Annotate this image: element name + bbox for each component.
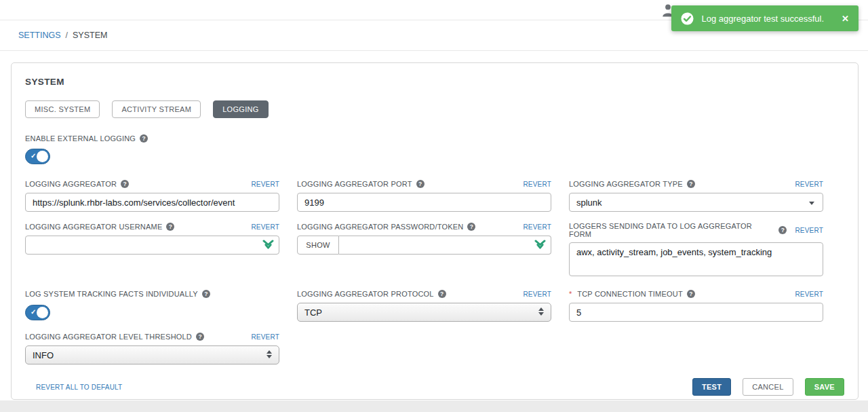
help-icon[interactable]: ?	[687, 180, 695, 188]
revert-link[interactable]: REVERT	[251, 181, 279, 188]
logging-aggregator-input[interactable]	[25, 193, 279, 212]
toggle-knob	[37, 151, 48, 162]
breadcrumb-separator: /	[66, 31, 68, 40]
save-button[interactable]: SAVE	[805, 378, 844, 396]
test-button[interactable]: TEST	[692, 378, 731, 396]
field-logging-aggregator-level: LOGGING AGGREGATOR LEVEL THRESHOLD ? REV…	[25, 332, 279, 364]
help-icon[interactable]: ?	[202, 290, 210, 298]
logging-aggregator-protocol-select[interactable]: TCP	[297, 303, 551, 322]
help-icon[interactable]: ?	[467, 223, 475, 231]
tab-activity-stream[interactable]: ACTIVITY STREAM	[112, 100, 201, 118]
tab-logging[interactable]: LOGGING	[213, 100, 268, 118]
enable-external-logging-label: ENABLE EXTERNAL LOGGING	[25, 134, 136, 143]
field-logging-aggregator-type: LOGGING AGGREGATOR TYPE ? REVERT splunk	[569, 179, 823, 212]
tcp-connection-timeout-label: TCP CONNECTION TIMEOUT	[577, 290, 683, 298]
field-enable-external-logging: ENABLE EXTERNAL LOGGING ?	[25, 134, 844, 143]
log-system-tracking-toggle[interactable]: ✓	[25, 305, 50, 320]
settings-tabs: MISC. SYSTEM ACTIVITY STREAM LOGGING	[25, 100, 844, 118]
logging-aggregator-type-select[interactable]: splunk	[569, 193, 823, 212]
toggle-knob	[37, 307, 48, 318]
field-log-system-tracking: LOG SYSTEM TRACKING FACTS INDIVIDUALLY ?…	[25, 289, 279, 320]
logging-aggregator-level-select[interactable]: INFO	[25, 345, 279, 364]
success-check-icon	[681, 12, 694, 25]
toast-close-icon[interactable]: ✕	[842, 14, 849, 23]
logging-aggregator-username-label: LOGGING AGGREGATOR USERNAME	[25, 223, 162, 231]
loggers-sending-data-label: LOGGERS SENDING DATA TO LOG AGGREGATOR F…	[569, 222, 774, 238]
revert-link[interactable]: REVERT	[523, 291, 551, 298]
help-icon[interactable]: ?	[778, 226, 787, 234]
enable-external-logging-toggle[interactable]: ✓	[25, 149, 50, 164]
breadcrumb-settings-link[interactable]: SETTINGS	[18, 31, 61, 40]
logging-aggregator-protocol-label: LOGGING AGGREGATOR PROTOCOL	[297, 290, 434, 298]
help-icon[interactable]: ?	[196, 333, 204, 341]
revert-link[interactable]: REVERT	[251, 333, 279, 341]
tab-misc-system[interactable]: MISC. SYSTEM	[25, 100, 100, 118]
revert-link[interactable]: REVERT	[795, 227, 823, 234]
field-logging-aggregator-port: LOGGING AGGREGATOR PORT ? REVERT	[297, 179, 551, 212]
tcp-connection-timeout-input[interactable]	[569, 303, 823, 322]
help-icon[interactable]: ?	[121, 180, 129, 188]
revert-link[interactable]: REVERT	[523, 181, 551, 188]
selected-value: splunk	[576, 198, 602, 208]
logging-aggregator-port-label: LOGGING AGGREGATOR PORT	[297, 180, 412, 188]
settings-form-grid: LOGGING AGGREGATOR ? REVERT LOGGING AGGR…	[25, 179, 844, 364]
content-area: SYSTEM MISC. SYSTEM ACTIVITY STREAM LOGG…	[0, 51, 868, 400]
selected-value: TCP	[304, 307, 322, 318]
check-icon: ✓	[31, 152, 36, 160]
check-icon: ✓	[31, 308, 36, 316]
loggers-sending-data-textarea[interactable]: awx, activity_stream, job_events, system…	[569, 242, 823, 276]
required-asterisk: *	[569, 290, 572, 298]
help-icon[interactable]: ?	[166, 223, 174, 231]
revert-link[interactable]: REVERT	[523, 223, 551, 231]
logging-aggregator-password-label: LOGGING AGGREGATOR PASSWORD/TOKEN	[297, 223, 463, 231]
help-icon[interactable]: ?	[140, 134, 148, 143]
chevron-down-icon	[809, 202, 814, 205]
help-icon[interactable]: ?	[687, 290, 695, 298]
log-system-tracking-label: LOG SYSTEM TRACKING FACTS INDIVIDUALLY	[25, 290, 198, 298]
select-arrows-icon	[267, 350, 272, 358]
cancel-button[interactable]: CANCEL	[743, 378, 793, 396]
page-bottom-strip	[0, 400, 868, 412]
field-logging-aggregator: LOGGING AGGREGATOR ? REVERT	[25, 179, 279, 212]
logging-aggregator-username-input[interactable]	[25, 236, 279, 255]
logging-aggregator-level-label: LOGGING AGGREGATOR LEVEL THRESHOLD	[25, 333, 192, 341]
logging-aggregator-port-input[interactable]	[297, 193, 551, 212]
revert-all-link[interactable]: REVERT ALL TO DEFAULT	[36, 383, 122, 391]
breadcrumb-current: SYSTEM	[73, 31, 107, 40]
revert-link[interactable]: REVERT	[795, 181, 823, 188]
field-logging-aggregator-username: LOGGING AGGREGATOR USERNAME ? REVERT	[25, 222, 279, 255]
revert-link[interactable]: REVERT	[795, 291, 823, 298]
system-settings-card: SYSTEM MISC. SYSTEM ACTIVITY STREAM LOGG…	[11, 62, 859, 400]
page-title: SYSTEM	[25, 77, 844, 87]
show-password-button[interactable]: SHOW	[297, 236, 339, 255]
field-loggers-sending-data: LOGGERS SENDING DATA TO LOG AGGREGATOR F…	[569, 222, 823, 279]
help-icon[interactable]: ?	[438, 290, 446, 298]
logging-aggregator-type-label: LOGGING AGGREGATOR TYPE	[569, 180, 683, 188]
logging-aggregator-label: LOGGING AGGREGATOR	[25, 180, 117, 188]
app-window: Log aggregator test successful. ✕ SETTIN…	[0, 0, 868, 412]
field-tcp-connection-timeout: * TCP CONNECTION TIMEOUT ? REVERT	[569, 289, 823, 322]
field-logging-aggregator-protocol: LOGGING AGGREGATOR PROTOCOL ? REVERT TCP	[297, 289, 551, 322]
selected-value: INFO	[33, 350, 54, 360]
success-toast: Log aggregator test successful. ✕	[671, 5, 859, 31]
toast-message: Log aggregator test successful.	[701, 14, 824, 24]
card-footer: REVERT ALL TO DEFAULT TEST CANCEL SAVE	[25, 378, 844, 396]
logging-aggregator-password-input[interactable]	[339, 236, 551, 255]
select-arrows-icon	[538, 307, 544, 316]
revert-link[interactable]: REVERT	[251, 223, 279, 231]
field-logging-aggregator-password: LOGGING AGGREGATOR PASSWORD/TOKEN ? REVE…	[297, 222, 551, 255]
help-icon[interactable]: ?	[416, 180, 425, 188]
